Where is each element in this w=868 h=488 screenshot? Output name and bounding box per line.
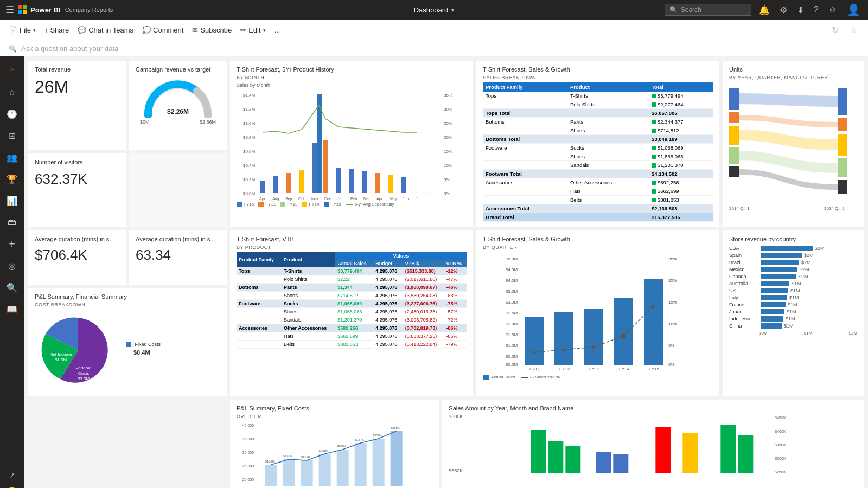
main-content: Total revenue 26M Campaign revenue vs ta… (24, 56, 868, 488)
toolbar-file[interactable]: 📄 File ▾ (9, 26, 36, 34)
pl-fixed-costs-label: Fixed Costs (126, 342, 161, 348)
favorite-icon[interactable]: ☆ (847, 24, 859, 36)
tshirt-forecast-subtitle: BY MONTH (237, 75, 467, 80)
svg-text:$190K: $190K (283, 454, 292, 458)
table-row: Shorts$714,812 (483, 126, 713, 135)
svg-rect-57 (838, 134, 847, 156)
sidebar-item-datahub[interactable]: 🗃 (2, 213, 22, 232)
svg-rect-85 (525, 317, 544, 365)
file-icon: 📄 (9, 26, 17, 34)
sidebar-item-home[interactable]: ⌂ (2, 61, 22, 80)
qa-input[interactable] (21, 44, 859, 53)
sidebar-item-workspace[interactable]: 📊 (2, 191, 22, 210)
tshirt-sales-subtitle: SALES BREAKDOWN (483, 75, 713, 80)
search-box[interactable]: 🔍 (665, 4, 751, 16)
svg-rect-50 (729, 88, 739, 110)
svg-text:$1.2M: $1.2M (243, 107, 256, 112)
svg-text:$0.5M: $0.5M (506, 354, 518, 359)
report-name: Company Reports (65, 7, 113, 13)
more-label[interactable]: ... (275, 26, 280, 34)
table-row: BottomsPants$2,344,377 (483, 118, 713, 126)
sidebar-item-metrics[interactable]: ◎ (2, 256, 22, 275)
svg-text:30,000: 30,000 (242, 451, 254, 454)
svg-rect-147 (683, 433, 698, 473)
table-row: Tops Total$6,057,005 (483, 109, 713, 118)
pl-title: P&L Summary, Financial Summary (35, 293, 220, 300)
notifications-icon[interactable]: 🔔 (757, 4, 772, 16)
toolbar-edit[interactable]: ✏ Edit ▾ (240, 26, 265, 34)
vtb-row: Polo Shirts$2.224,295,076(2,017,611.88)-… (237, 275, 467, 284)
svg-rect-55 (838, 88, 847, 115)
share-icon: ↑ (44, 26, 48, 34)
toolbar-share[interactable]: ↑ Share (44, 26, 69, 34)
vtb-row: Sandals$1,201,3704,295,076(3,093,705.82)… (237, 316, 467, 324)
sidebar-item-apps[interactable]: ⊞ (2, 126, 22, 145)
svg-rect-32 (349, 169, 354, 193)
refresh-icon[interactable]: ↻ (829, 24, 841, 36)
nav-center: Dashboard ▾ (292, 6, 575, 14)
file-label[interactable]: File (20, 26, 31, 34)
card-sales-quarter: T-Shirt Forecast, Sales & Growth BY QUAR… (476, 230, 719, 396)
card-units: Units BY YEAR, QUARTER, MANUFACTURER (723, 61, 864, 227)
share-label[interactable]: Share (50, 26, 69, 34)
settings-icon[interactable]: ⚙ (777, 4, 789, 16)
toolbar-comment[interactable]: 💭 Comment (142, 26, 183, 34)
svg-text:Jan: Jan (337, 197, 343, 201)
edit-icon: ✏ (240, 26, 246, 34)
chat-label[interactable]: Chat in Teams (88, 26, 133, 34)
table-row: Bottoms Total$3,049,189 (483, 135, 713, 144)
svg-text:$1.0M: $1.0M (243, 121, 256, 126)
svg-text:FY13: FY13 (589, 367, 600, 371)
store-bar-australia: Australia$1M (729, 281, 857, 286)
avg-title: Average duration (mins) in s... (136, 236, 220, 242)
row5-spacer (28, 400, 227, 488)
sales-amount-title: Sales Amount by Year, Month and Brand Na… (449, 405, 857, 412)
comment-label[interactable]: Comment (153, 26, 183, 34)
hamburger-icon[interactable]: ☰ (5, 4, 14, 16)
download-icon[interactable]: ⬇ (795, 4, 806, 16)
search-input[interactable] (681, 6, 735, 14)
svg-rect-24 (260, 181, 265, 193)
svg-text:$0.6M: $0.6M (243, 149, 256, 154)
edit-label[interactable]: Edit (248, 26, 260, 34)
svg-rect-149 (738, 435, 754, 473)
vtb-row: BottomsPants$1,3444,295,076(1,960,098.67… (237, 284, 467, 292)
sidebar-item-recent[interactable]: 🕐 (2, 104, 22, 124)
toolbar-subscribe[interactable]: ✉ Subscribe (192, 26, 232, 34)
sidebar-item-shared[interactable]: 👥 (2, 147, 22, 167)
dashboard-label[interactable]: Dashboard (414, 6, 449, 14)
svg-text:Jun: Jun (403, 197, 409, 201)
toolbar-more[interactable]: ... (275, 26, 280, 34)
help-icon[interactable]: ? (812, 4, 821, 16)
toolbar-chat[interactable]: 💬 Chat in Teams (78, 26, 133, 34)
store-bar-italy: Italy$1M (729, 295, 857, 300)
svg-text:$167K: $167K (265, 460, 275, 463)
legend-fy15-1: FY15 (237, 202, 254, 207)
svg-text:Aug: Aug (272, 197, 279, 201)
subscribe-label[interactable]: Subscribe (200, 26, 232, 34)
pl-pie-chart: Variable Costs $3.3M Net Income $1.3M (35, 310, 122, 391)
sidebar-item-browse[interactable]: 🔍 (2, 278, 22, 297)
svg-text:Nov: Nov (311, 197, 318, 201)
sidebar-item-learn[interactable]: 🏆 (2, 169, 22, 189)
dashboard-chevron-icon[interactable]: ▾ (451, 7, 454, 13)
smiley-icon[interactable]: ☺ (826, 4, 839, 16)
vtb-row: Shoes$1,065,0634,295,076(2,430,013.35)-5… (237, 308, 467, 316)
svg-text:$300K: $300K (775, 457, 787, 460)
sidebar-item-expand[interactable]: ↗ (2, 465, 22, 485)
svg-text:May: May (390, 197, 397, 201)
qa-bar-search-icon: 🔍 (9, 45, 17, 53)
svg-text:5%: 5% (444, 177, 450, 182)
sidebar-item-create[interactable]: + (2, 234, 22, 254)
sidebar-item-learn2[interactable]: 📖 (2, 299, 22, 319)
vtb-row: TopsT-Shirts$3,779,4944,295,076($515,333… (237, 267, 467, 275)
svg-rect-86 (554, 312, 573, 365)
vtb-subtitle: BY PRODUCT (237, 245, 467, 250)
svg-text:FY14: FY14 (619, 367, 630, 371)
svg-rect-143 (566, 446, 581, 473)
store-bar-brazil: Brazil$2M (729, 260, 857, 265)
sidebar-item-favorites[interactable]: ☆ (2, 82, 22, 102)
table-row: Hats$662,699 (483, 187, 713, 196)
svg-text:Dec: Dec (324, 197, 331, 201)
account-icon[interactable]: 👤 (845, 2, 863, 17)
